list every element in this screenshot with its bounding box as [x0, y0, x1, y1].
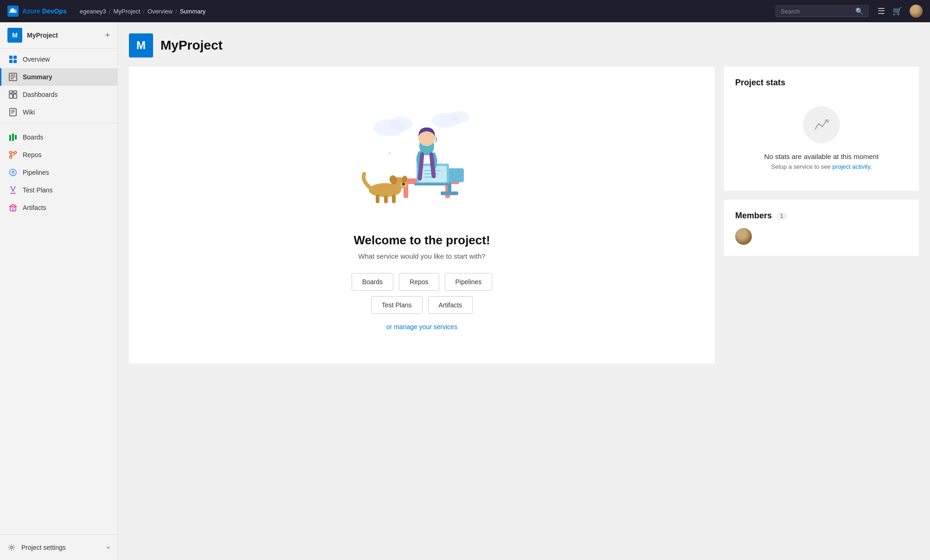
sidebar-item-pipelines[interactable]: Pipelines	[0, 164, 117, 181]
boards-service-button[interactable]: Boards	[352, 273, 393, 291]
breadcrumb-org[interactable]: egeaney3	[80, 8, 106, 15]
testplans-service-button[interactable]: Test Plans	[371, 296, 423, 314]
welcome-card: Welcome to the project! What service wou…	[129, 67, 715, 363]
sidebar-item-testplans[interactable]: Test Plans	[0, 181, 117, 199]
members-header: Members 1	[735, 211, 908, 221]
sidebar-item-boards[interactable]: Boards	[0, 128, 117, 146]
azure-devops-logo[interactable]: Azure DevOps	[7, 6, 67, 17]
sidebar-bottom: Project settings «	[0, 535, 117, 560]
svg-rect-0	[9, 56, 13, 59]
member-avatar[interactable]	[735, 228, 752, 245]
testplans-label: Test Plans	[23, 186, 53, 194]
topbar: Azure DevOps egeaney3 / MyProject / Over…	[0, 0, 930, 22]
stats-title: Project stats	[735, 78, 908, 88]
pipelines-icon	[9, 168, 17, 177]
overview-label: Overview	[23, 56, 50, 63]
svg-rect-3	[13, 60, 17, 63]
svg-point-51	[402, 183, 405, 185]
logo-icon	[7, 6, 19, 17]
sidebar-item-dashboards[interactable]: Dashboards	[0, 86, 117, 103]
right-column: Project stats No stats are available at …	[724, 67, 919, 363]
logo-text: Azure DevOps	[22, 7, 67, 15]
summary-icon	[9, 73, 17, 81]
wiki-label: Wiki	[23, 108, 35, 116]
stats-empty-state: No stats are available at this moment Se…	[735, 97, 908, 179]
breadcrumb-current: Summary	[180, 8, 206, 15]
search-input[interactable]	[781, 8, 852, 15]
members-card: Members 1	[724, 200, 919, 256]
wiki-icon	[9, 108, 17, 116]
dashboards-icon	[9, 90, 17, 99]
manage-services-link[interactable]: or manage your services	[386, 323, 457, 331]
members-title: Members	[735, 211, 772, 221]
service-buttons: Boards Repos Pipelines	[352, 273, 493, 291]
topbar-icons: ☰ 🛒	[878, 5, 923, 18]
main-layout: M MyProject + Overview	[0, 22, 930, 560]
boards-icon	[9, 133, 17, 141]
svg-point-25	[11, 547, 13, 549]
sidebar-item-repos[interactable]: Repos	[0, 146, 117, 164]
sidebar-add-button[interactable]: +	[105, 31, 110, 40]
settings-icon	[7, 543, 16, 552]
sidebar-nav: Overview Summary	[0, 49, 117, 535]
svg-rect-52	[376, 195, 379, 203]
svg-rect-53	[384, 196, 388, 203]
collapse-icon[interactable]: «	[107, 544, 110, 551]
project-title: MyProject	[160, 38, 223, 53]
project-header: M MyProject	[129, 33, 919, 57]
stats-chart-icon	[803, 106, 840, 143]
svg-rect-12	[10, 108, 16, 116]
project-activity-link[interactable]: project activity	[833, 163, 870, 170]
svg-point-21	[14, 152, 17, 154]
sidebar-project-header: M MyProject +	[0, 22, 117, 49]
overview-icon	[9, 55, 17, 64]
welcome-subtitle: What service would you like to start wit…	[358, 252, 485, 260]
summary-label: Summary	[23, 73, 52, 81]
list-icon[interactable]: ☰	[878, 6, 885, 16]
sidebar-item-artifacts[interactable]: Artifacts	[0, 199, 117, 216]
sidebar-item-overview[interactable]: Overview	[0, 51, 117, 68]
svg-rect-37	[441, 191, 458, 195]
project-settings-item[interactable]: Project settings «	[0, 539, 117, 556]
boards-label: Boards	[23, 134, 43, 141]
svg-rect-2	[9, 60, 13, 63]
welcome-title: Welcome to the project!	[353, 233, 490, 248]
sidebar-project-avatar: M	[7, 28, 22, 43]
artifacts-service-button[interactable]: Artifacts	[428, 296, 473, 314]
stats-empty-sub: Setup a service to see project activity.	[771, 163, 872, 170]
content-grid: Welcome to the project! What service wou…	[129, 67, 919, 363]
project-header-avatar: M	[129, 33, 153, 57]
svg-rect-54	[392, 195, 396, 203]
svg-rect-9	[13, 91, 17, 93]
svg-point-29	[449, 111, 469, 123]
repos-service-button[interactable]: Repos	[399, 273, 439, 291]
artifacts-label: Artifacts	[23, 204, 46, 211]
svg-point-27	[390, 117, 413, 131]
svg-rect-17	[12, 134, 14, 141]
svg-rect-10	[9, 94, 13, 98]
user-avatar[interactable]	[910, 5, 923, 18]
sidebar-item-wiki[interactable]: Wiki	[0, 103, 117, 121]
sidebar-item-summary[interactable]: Summary	[0, 68, 117, 86]
breadcrumb-overview[interactable]: Overview	[148, 8, 173, 15]
pipelines-service-button[interactable]: Pipelines	[445, 273, 493, 291]
search-box[interactable]: 🔍	[776, 5, 868, 17]
sidebar-project-name: MyProject	[27, 32, 100, 39]
sidebar: M MyProject + Overview	[0, 22, 118, 560]
dashboards-label: Dashboards	[23, 91, 58, 98]
svg-rect-18	[15, 135, 17, 140]
service-buttons-row2: Test Plans Artifacts	[371, 296, 473, 314]
artifacts-icon	[9, 204, 17, 212]
stats-empty-text: No stats are available at this moment	[764, 153, 879, 160]
stats-card: Project stats No stats are available at …	[724, 67, 919, 191]
breadcrumb-project[interactable]: MyProject	[113, 8, 140, 15]
svg-point-31	[388, 152, 391, 154]
content-area: M MyProject	[118, 22, 930, 560]
testplans-icon	[9, 186, 17, 194]
svg-rect-39	[414, 183, 451, 185]
repos-label: Repos	[23, 151, 41, 159]
breadcrumb: egeaney3 / MyProject / Overview / Summar…	[80, 8, 770, 15]
basket-icon[interactable]: 🛒	[892, 6, 902, 16]
svg-rect-11	[13, 94, 17, 98]
search-icon: 🔍	[855, 7, 863, 15]
